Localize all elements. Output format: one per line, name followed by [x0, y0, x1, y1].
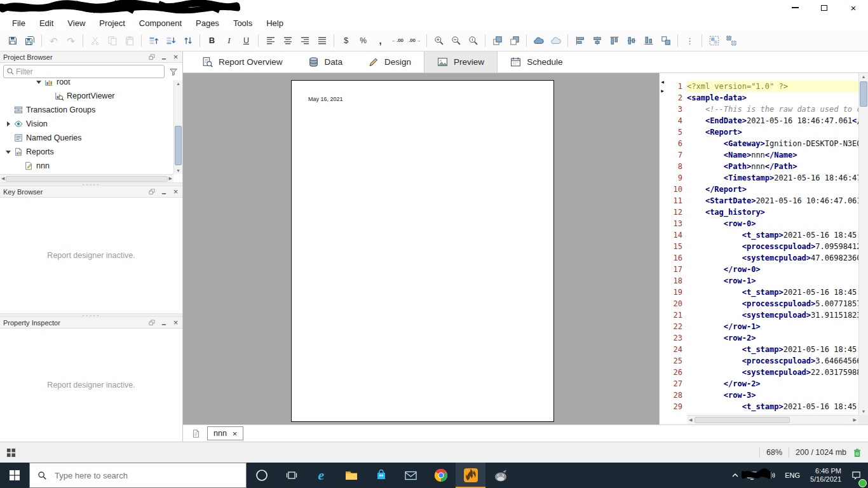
align-left-button[interactable]: [262, 32, 279, 49]
collapse-arrow-icon[interactable]: [36, 81, 41, 86]
taskbar-app-chrome[interactable]: [426, 463, 456, 488]
filter-settings-button[interactable]: [168, 67, 179, 76]
hidden-icons-button[interactable]: [728, 473, 743, 478]
taskbar-app-store[interactable]: [366, 463, 396, 488]
menu-project[interactable]: Project: [92, 17, 132, 30]
menu-help[interactable]: Help: [259, 17, 290, 30]
scrollbar-thumb[interactable]: [860, 81, 867, 107]
tree-horizontal-scrollbar[interactable]: ◀ ▶: [0, 174, 173, 182]
scroll-down-icon[interactable]: ▼: [859, 409, 868, 414]
align-right-button[interactable]: [296, 32, 313, 49]
move-down-button[interactable]: [162, 32, 179, 49]
align-left-edges-button[interactable]: [571, 32, 588, 49]
scrollbar-thumb[interactable]: [175, 126, 182, 165]
align-top-edges-button[interactable]: [606, 32, 623, 49]
code-vertical-scrollbar[interactable]: ▲ ▼: [858, 73, 868, 415]
doc-tab-close-button[interactable]: ×: [233, 430, 238, 438]
start-button[interactable]: [0, 463, 29, 488]
bold-button[interactable]: B: [203, 32, 220, 49]
tab-preview[interactable]: Preview: [424, 51, 498, 72]
menu-file[interactable]: File: [5, 17, 32, 30]
taskbar-app-file-explorer[interactable]: [336, 463, 366, 488]
tab-report-overview[interactable]: Report Overview: [189, 51, 295, 72]
scrollbar-thumb[interactable]: [695, 417, 790, 423]
scroll-left-icon[interactable]: ◀: [1, 176, 4, 181]
float-panel-button[interactable]: [148, 53, 155, 60]
close-button[interactable]: ×: [839, 0, 868, 15]
menu-component[interactable]: Component: [132, 17, 189, 30]
collapse-right-icon[interactable]: ▶: [661, 88, 664, 93]
garbage-collect-icon[interactable]: [853, 448, 862, 458]
float-panel-button[interactable]: [148, 188, 155, 195]
tab-design[interactable]: Design: [355, 51, 424, 72]
zoom-out-button[interactable]: [447, 32, 465, 49]
maximize-button[interactable]: [810, 0, 839, 15]
tree-item-nnn[interactable]: nnn: [0, 159, 173, 173]
float-panel-button[interactable]: [148, 319, 155, 326]
percent-button[interactable]: %: [355, 32, 372, 49]
align-center-horizontal-button[interactable]: [588, 32, 606, 49]
ungroup-button[interactable]: [722, 32, 740, 49]
comma-button[interactable]: ,: [372, 32, 389, 49]
minimize-button[interactable]: [780, 0, 810, 15]
align-bottom-edges-button[interactable]: [640, 32, 657, 49]
scroll-left-icon[interactable]: ◀: [689, 417, 692, 423]
taskbar-app-task-view[interactable]: [276, 463, 306, 488]
scroll-up-icon[interactable]: ▲: [859, 74, 868, 79]
filter-input-wrap[interactable]: [3, 65, 165, 78]
menu-view[interactable]: View: [60, 17, 92, 30]
minimize-panel-button[interactable]: [160, 188, 167, 195]
taskbar-search[interactable]: [29, 463, 247, 488]
more-button[interactable]: ⋮: [681, 32, 698, 49]
scrollbar-thumb[interactable]: [6, 176, 167, 182]
close-panel-button[interactable]: ×: [172, 188, 179, 195]
tree-item-vision[interactable]: Vision: [0, 117, 173, 131]
tree-item-named-queries[interactable]: Named Queries: [0, 131, 173, 145]
minimize-panel-button[interactable]: [160, 53, 167, 60]
tree-item-reportviewer[interactable]: ReportViewer: [0, 89, 173, 103]
minimize-panel-button[interactable]: [160, 319, 167, 326]
taskbar-app-mail[interactable]: [396, 463, 426, 488]
memory-usage[interactable]: 200 / 1024 mb: [796, 448, 846, 457]
increase-decimal-button[interactable]: ←.00: [389, 32, 406, 49]
code-horizontal-scrollbar[interactable]: ◀ ▶: [687, 415, 858, 424]
menu-pages[interactable]: Pages: [189, 17, 226, 30]
decrease-decimal-button[interactable]: .00→: [406, 32, 423, 49]
collapse-arrow-icon[interactable]: [6, 151, 11, 156]
bring-to-front-button[interactable]: [489, 32, 506, 49]
shape-subtract-button[interactable]: [547, 32, 564, 49]
taskbar-search-input[interactable]: [53, 470, 238, 481]
tree-vertical-scrollbar[interactable]: ▲ ▼: [173, 80, 182, 174]
taskbar-app-ignition[interactable]: [456, 463, 485, 488]
align-center-button[interactable]: [279, 32, 296, 49]
close-panel-button[interactable]: ×: [172, 319, 179, 326]
tree-item-reports[interactable]: Reports: [0, 145, 173, 159]
taskbar-clock[interactable]: 6:46 PM 5/16/2021: [804, 467, 847, 484]
action-center-button[interactable]: [847, 471, 865, 480]
group-button[interactable]: [705, 32, 722, 49]
match-size-button[interactable]: [657, 32, 674, 49]
move-up-button[interactable]: [145, 32, 162, 49]
shape-union-button[interactable]: [530, 32, 547, 49]
align-center-vertical-button[interactable]: [623, 32, 640, 49]
menu-tools[interactable]: Tools: [226, 17, 259, 30]
doc-tab-nnn[interactable]: nnn ×: [207, 426, 243, 440]
underline-button[interactable]: U: [238, 32, 255, 49]
taskbar-app-edge[interactable]: e: [306, 463, 336, 488]
tab-schedule[interactable]: Schedule: [498, 51, 575, 72]
scroll-right-icon[interactable]: ▶: [853, 417, 857, 423]
italic-button[interactable]: I: [220, 32, 238, 49]
save-button[interactable]: [4, 32, 21, 49]
tab-data[interactable]: Data: [295, 51, 356, 72]
tree-item-root[interactable]: root: [0, 80, 173, 89]
send-to-back-button[interactable]: [506, 32, 523, 49]
taskbar-app-gimp[interactable]: [485, 463, 515, 488]
align-justify-button[interactable]: [313, 32, 330, 49]
zoom-in-button[interactable]: [430, 32, 447, 49]
swap-button[interactable]: [179, 32, 196, 49]
collapse-left-icon[interactable]: ◀: [661, 79, 664, 84]
filter-input[interactable]: [15, 67, 161, 77]
zoom-level[interactable]: 68%: [766, 448, 782, 457]
panels-grid-button[interactable]: [6, 448, 16, 458]
xml-source-view[interactable]: 1<?xml version="1.0" ?>2<sample-data>3 <…: [665, 81, 858, 415]
